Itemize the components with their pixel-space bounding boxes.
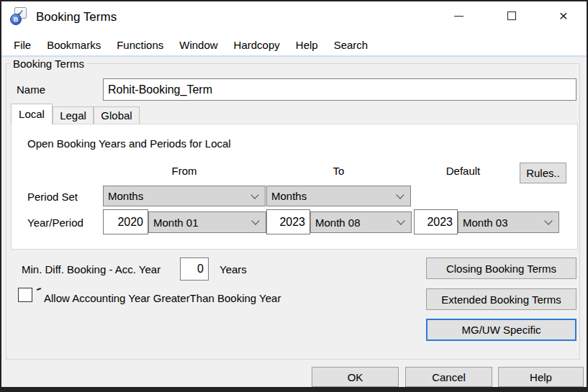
tab-global[interactable]: Global: [94, 106, 140, 124]
column-header-from: From: [103, 165, 266, 177]
allow-accounting-year-checkbox[interactable]: [18, 288, 32, 302]
name-input[interactable]: [103, 78, 576, 101]
app-icon: ✓ B: [10, 7, 29, 26]
minimize-icon: [454, 16, 463, 17]
cancel-button[interactable]: Cancel: [405, 367, 492, 387]
rules-button[interactable]: Rules..: [520, 163, 566, 183]
minimize-button[interactable]: [440, 1, 476, 30]
min-diff-label: Min. Diff. Booking - Acc. Year: [22, 263, 160, 275]
column-header-default: Default: [415, 165, 511, 177]
column-header-to: To: [266, 165, 411, 177]
menu-functions[interactable]: Functions: [109, 36, 171, 54]
menu-hardcopy[interactable]: Hardcopy: [226, 36, 288, 54]
default-period-dropdown[interactable]: Month 03: [458, 211, 559, 233]
menu-bar: File Bookmarks Functions Window Hardcopy…: [1, 35, 587, 57]
name-label: Name: [17, 83, 45, 96]
chevron-down-icon: [251, 216, 259, 224]
tab-legal[interactable]: Legal: [53, 106, 94, 124]
from-year-input[interactable]: [103, 209, 148, 234]
year-period-label: Year/Period: [27, 216, 83, 229]
extended-booking-terms-button[interactable]: Extended Booking Terms: [426, 288, 576, 310]
chevron-down-icon: [397, 216, 404, 224]
to-period-value: Month 08: [315, 216, 361, 229]
menu-window[interactable]: Window: [171, 36, 225, 54]
from-period-dropdown[interactable]: Month 01: [148, 211, 266, 233]
closing-booking-terms-button[interactable]: Closing Booking Terms: [426, 257, 576, 279]
period-set-to-value: Months: [271, 190, 307, 202]
mg-uw-specific-button[interactable]: MG/UW Specific: [426, 319, 576, 341]
close-icon: ×: [559, 9, 568, 23]
window-title: Booking Terms: [36, 10, 117, 24]
chevron-down-icon: [250, 191, 258, 199]
maximize-icon: [507, 12, 516, 20]
title-bar: ✓ B Booking Terms ×: [1, 1, 587, 35]
to-period-dropdown[interactable]: Month 08: [310, 211, 412, 233]
min-diff-input[interactable]: [180, 257, 209, 281]
period-set-to-dropdown[interactable]: Months: [266, 186, 411, 206]
tab-local[interactable]: Local: [11, 104, 53, 124]
period-set-from-value: Months: [108, 190, 143, 202]
min-diff-suffix: Years: [220, 263, 247, 275]
groupbox-label: Booking Terms: [10, 58, 87, 70]
period-set-from-dropdown[interactable]: Months: [103, 186, 266, 206]
from-period-value: Month 01: [153, 216, 199, 229]
allow-accounting-year-label: Allow Accounting Year GreaterThan Bookin…: [44, 292, 281, 304]
menu-file[interactable]: File: [6, 36, 39, 54]
close-button[interactable]: ×: [546, 1, 582, 30]
menu-help[interactable]: Help: [288, 36, 326, 54]
menu-search[interactable]: Search: [326, 36, 376, 54]
help-button[interactable]: Help: [498, 367, 584, 387]
maximize-button[interactable]: [494, 1, 530, 30]
booking-terms-dialog: ✓ B Booking Terms × File Bookmarks Funct…: [1, 1, 587, 387]
chevron-down-icon: [544, 216, 552, 224]
to-year-input[interactable]: [266, 209, 310, 234]
app-letter-icon: B: [10, 14, 22, 25]
ok-button[interactable]: OK: [312, 367, 399, 387]
chevron-down-icon: [396, 191, 404, 199]
period-set-label: Period Set: [27, 191, 78, 203]
panel-heading: Open Booking Years and Periods for Local: [27, 137, 231, 150]
default-year-input[interactable]: [414, 209, 458, 234]
menu-bookmarks[interactable]: Bookmarks: [39, 36, 109, 54]
default-period-value: Month 03: [463, 216, 508, 229]
